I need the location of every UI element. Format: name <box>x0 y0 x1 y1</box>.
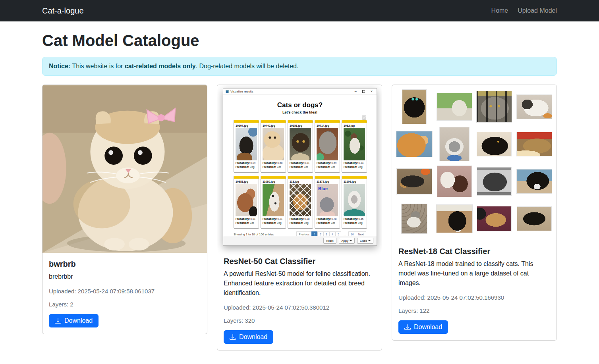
model-uploaded: Uploaded: 2025-05-24 07:02:50.166930 <box>398 294 550 301</box>
probability-value: 0.09 <box>251 162 256 164</box>
download-label: Download <box>64 317 93 324</box>
tile-filename: 11372.jpg <box>315 179 340 184</box>
tile-header-bar <box>234 120 259 123</box>
blue-text-overlay: Blue <box>318 186 328 191</box>
model-uploaded: Uploaded: 2025-05-24 07:09:58.061037 <box>49 288 201 295</box>
prediction-label: Prediction: <box>236 166 249 168</box>
model-title: ResNet-50 Cat Classifier <box>224 257 375 266</box>
white-brown-dog-in-ivy-photo <box>344 128 365 160</box>
tile-filename: 10981.jpg <box>234 179 259 184</box>
tile-header-bar <box>288 176 313 179</box>
prediction-value: Dog <box>250 166 255 168</box>
cat-behind-chainlink-fence-photo <box>290 184 311 216</box>
prediction-label: Prediction: <box>263 221 276 224</box>
model-uploaded: Uploaded: 2025-05-24 07:02:50.380012 <box>224 304 375 311</box>
download-icon <box>55 318 61 324</box>
model-layers: Layers: 320 <box>224 317 375 324</box>
notice-label: Notice: <box>49 63 70 69</box>
gray-white-cat-on-teal-photo <box>344 184 365 216</box>
probability-value: 0.81 <box>305 162 310 164</box>
prediction-label: Prediction: <box>344 221 357 224</box>
small-dog-on-gravel-photo <box>401 204 427 234</box>
prediction-label: Prediction: <box>263 166 276 168</box>
tile-11372: 11372.jpg Blue Probability: 0.78 Predict… <box>315 176 340 229</box>
tile-header-bar <box>234 176 259 179</box>
apply-button: Apply <box>339 238 355 244</box>
nav-link-upload-model[interactable]: Upload Model <box>518 7 557 14</box>
prediction-value: Dog <box>304 221 309 224</box>
tile-header-bar <box>342 176 367 179</box>
prediction-label: Prediction: <box>290 166 303 168</box>
page-title: Cat Model Catalogue <box>42 32 557 50</box>
probability-label: Probability: <box>317 162 331 164</box>
siamese-cat-photo <box>290 128 311 160</box>
model-layers: Layers: 2 <box>49 301 201 308</box>
download-label: Download <box>239 333 267 341</box>
prediction-label: Prediction: <box>290 221 303 224</box>
probability-label: Probability: <box>290 218 304 220</box>
tile-filename: 1082.jpg <box>342 123 367 128</box>
prediction-label: Prediction: <box>236 221 249 224</box>
tile-11509: 11509.jpg Probability: 0.45 Prediction: … <box>342 176 367 229</box>
download-button[interactable]: Download <box>224 330 273 344</box>
white-cat-at-window-photo <box>437 93 472 121</box>
window-titlebar: Visualize results – × <box>223 89 377 95</box>
close-icon: × <box>371 90 373 93</box>
grayscale-dog-photo <box>477 167 512 196</box>
prediction-value: Cat <box>277 166 281 168</box>
tile-10981: 10981.jpg Probability: 0.91 Prediction: … <box>234 176 259 229</box>
black-dog-blue-wall-photo <box>516 169 552 194</box>
prediction-value: Cat <box>331 166 335 168</box>
probability-label: Probability: <box>290 162 304 164</box>
notice-bold-text: cat-related models only <box>125 63 196 69</box>
notice-alert: Notice: This website is for cat-related … <box>42 57 557 76</box>
brand-link[interactable]: Cat-a-logue <box>42 6 84 15</box>
prediction-value: Cat <box>331 221 335 224</box>
model-layers: Layers: 122 <box>398 307 550 314</box>
nav-link-home[interactable]: Home <box>491 7 508 14</box>
reset-button: Reset <box>323 238 336 244</box>
cream-kitten-photo <box>263 128 284 160</box>
probability-value: 0.59 <box>332 162 337 164</box>
probability-label: Probability: <box>344 162 358 164</box>
probability-label: Probability: <box>344 218 358 220</box>
brown-dog-photo <box>236 184 257 216</box>
prediction-label: Prediction: <box>344 166 357 168</box>
app-icon <box>226 90 229 93</box>
tile-header-bar <box>288 120 313 123</box>
download-button[interactable]: Download <box>49 314 99 327</box>
gray-cat-on-bed-photo: Blue <box>317 184 338 216</box>
move-handle-icon <box>362 116 366 120</box>
chevron-down-icon <box>368 240 371 241</box>
window-button-bar: Reset Apply Close <box>223 236 377 245</box>
tile-10553: 10553.jpg Probability: 0.81 Prediction: … <box>288 120 313 173</box>
model-description: brebrbbr <box>49 272 201 281</box>
nav-links: Home Upload Model <box>491 7 557 14</box>
probability-value: 0.38 <box>305 218 310 220</box>
gray-tabby-in-cage-photo <box>476 91 512 123</box>
probability-label: Probability: <box>317 218 331 220</box>
download-button[interactable]: Download <box>398 320 448 334</box>
tile-header-bar <box>261 176 286 179</box>
tile-filename: 11080.jpg <box>261 179 286 184</box>
probability-value: 0.91 <box>251 218 256 220</box>
notice-text-after: . Dog-related models will be deleted. <box>196 63 299 69</box>
probability-value: 0.45 <box>359 218 364 220</box>
cats-and-dogs-grid-preview <box>392 85 556 241</box>
model-description: A powerful ResNet-50 model for feline cl… <box>224 269 375 298</box>
two-dogs-pink-collar-photo <box>437 166 472 197</box>
prediction-value: Cat <box>304 166 308 168</box>
white-cat-on-rug-photo <box>516 94 552 119</box>
tile-10440: 10440.jpg Probability: 0.58 Prediction: … <box>261 120 286 173</box>
tabby-kittens-red-background-photo <box>516 132 552 156</box>
download-icon <box>404 324 411 330</box>
visualize-window: Visualize results – × Cats or dogs? Let'… <box>223 88 377 246</box>
viz-heading: Cats or dogs? <box>223 101 377 109</box>
probability-label: Probability: <box>263 162 277 164</box>
prediction-value: Dog <box>358 221 363 224</box>
tile-113: 113.jpg Probability: 0.38 Prediction: Do… <box>288 176 313 229</box>
rottweiler-dog-photo <box>236 128 257 160</box>
probability-label: Probability: <box>236 218 250 220</box>
navbar: Cat-a-logue Home Upload Model <box>0 0 599 21</box>
tile-filename: 10440.jpg <box>261 123 286 128</box>
